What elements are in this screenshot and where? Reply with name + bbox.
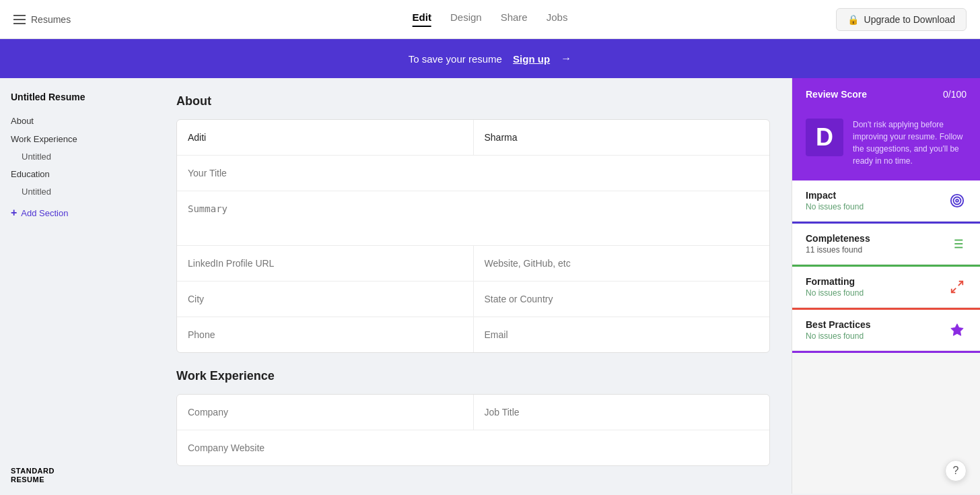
svg-marker-11	[951, 324, 963, 335]
city-field[interactable]	[177, 282, 474, 317]
first-name-field[interactable]	[177, 120, 474, 155]
score-item-completeness[interactable]: Completeness 11 issues found	[792, 224, 980, 265]
sidebar-item-about[interactable]: About	[11, 113, 144, 129]
logo: STANDARD RESUME	[11, 467, 55, 484]
impact-name: Impact	[806, 190, 948, 201]
target-icon	[948, 191, 967, 210]
sidebar-item-work-untitled[interactable]: Untitled	[11, 150, 144, 164]
upgrade-button[interactable]: 🔒 Upgrade to Download	[836, 8, 967, 31]
nav-brand: Resumes	[31, 14, 71, 25]
company-website-field[interactable]	[177, 430, 769, 465]
tab-share[interactable]: Share	[501, 11, 528, 27]
phone-row	[177, 317, 769, 352]
tab-edit[interactable]: Edit	[413, 11, 431, 27]
svg-line-10	[952, 288, 956, 292]
add-section-label: Add Section	[21, 208, 68, 218]
email-field[interactable]	[474, 317, 770, 352]
lock-icon: 🔒	[847, 14, 859, 25]
company-field[interactable]	[177, 395, 474, 430]
summary-row	[177, 191, 769, 246]
score-item-formatting[interactable]: Formatting No issues found	[792, 267, 980, 308]
summary-field[interactable]	[177, 191, 769, 245]
svg-point-1	[954, 197, 961, 205]
star-icon	[948, 321, 967, 339]
job-title-field[interactable]	[474, 395, 770, 430]
website-field[interactable]	[474, 246, 770, 281]
nav-tabs: Edit Design Share Jobs	[413, 11, 568, 27]
nav-left: Resumes	[13, 14, 71, 25]
banner-text: To save your resume	[409, 53, 502, 65]
impact-status: No issues found	[806, 202, 948, 211]
main-layout: Untitled Resume About Work Experience Un…	[0, 78, 980, 494]
review-score-body: D Don't risk applying before improving y…	[792, 110, 980, 180]
score-item-best-practices[interactable]: Best Practices No issues found	[792, 310, 980, 351]
save-banner: To save your resume Sign up →	[0, 39, 980, 78]
company-website-row	[177, 430, 769, 465]
review-score-label: Review Score	[806, 89, 867, 100]
about-form-card	[176, 119, 770, 353]
plus-icon: +	[11, 207, 17, 219]
expand-icon	[948, 277, 967, 296]
best-practices-name: Best Practices	[806, 319, 948, 330]
tab-jobs[interactable]: Jobs	[547, 11, 568, 27]
formatting-status: No issues found	[806, 288, 948, 298]
last-name-field[interactable]	[474, 120, 770, 155]
linkedin-field[interactable]	[177, 246, 474, 281]
completeness-status: 11 issues found	[806, 245, 948, 255]
top-nav: Resumes Edit Design Share Jobs 🔒 Upgrade…	[0, 0, 980, 39]
work-section-title: Work Experience	[176, 369, 770, 383]
logo-line1: STANDARD	[11, 467, 55, 475]
score-items: Impact No issues found Completeness 11 i…	[792, 180, 980, 353]
sidebar-item-education[interactable]: Education	[11, 166, 144, 182]
tab-design[interactable]: Design	[450, 11, 482, 27]
content-area: About	[155, 78, 792, 494]
best-practices-status: No issues found	[806, 331, 948, 341]
arrow-icon: →	[561, 53, 571, 65]
state-field[interactable]	[474, 282, 770, 317]
hamburger-icon[interactable]	[13, 15, 26, 24]
formatting-name: Formatting	[806, 276, 948, 287]
svg-point-2	[956, 199, 958, 202]
best-practices-divider	[792, 351, 980, 353]
work-form-card	[176, 394, 770, 466]
sidebar-resume-title: Untitled Resume	[11, 92, 144, 102]
sidebar-item-work-experience[interactable]: Work Experience	[11, 131, 144, 147]
title-row	[177, 156, 769, 191]
grade-letter: D	[806, 119, 843, 156]
completeness-name: Completeness	[806, 233, 948, 244]
sidebar-item-education-untitled[interactable]: Untitled	[11, 185, 144, 199]
grade-description: Don't risk applying before improving you…	[853, 119, 967, 167]
logo-line2: RESUME	[11, 475, 55, 484]
signup-link[interactable]: Sign up	[513, 53, 550, 65]
about-section-title: About	[176, 94, 770, 108]
add-section-button[interactable]: + Add Section	[11, 204, 144, 222]
review-score-header: Review Score 0/100	[792, 78, 980, 110]
svg-line-9	[958, 282, 963, 286]
city-row	[177, 282, 769, 317]
name-row	[177, 120, 769, 156]
upgrade-label: Upgrade to Download	[864, 14, 955, 25]
list-icon	[948, 234, 967, 253]
title-field[interactable]	[177, 156, 769, 191]
review-score-value: 0/100	[943, 89, 967, 100]
phone-field[interactable]	[177, 317, 474, 352]
linkedin-row	[177, 246, 769, 282]
help-button[interactable]: ?	[945, 460, 967, 482]
review-panel: Review Score 0/100 D Don't risk applying…	[792, 78, 980, 494]
company-row	[177, 395, 769, 430]
sidebar: Untitled Resume About Work Experience Un…	[0, 78, 155, 494]
score-item-impact[interactable]: Impact No issues found	[792, 180, 980, 222]
